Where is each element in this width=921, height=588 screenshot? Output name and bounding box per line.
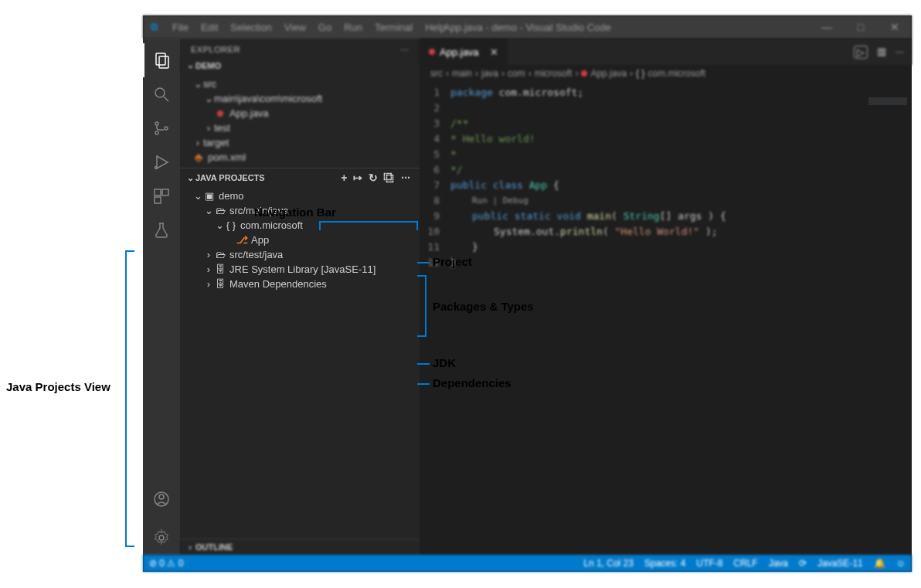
split-editor-icon[interactable]: ▥	[877, 46, 886, 59]
status-bar: ⊘ 0 ⚠ 0 Ln 1, Col 23 Spaces: 4 UTF-8 CRL…	[143, 555, 912, 572]
menu-file[interactable]: File	[168, 22, 193, 33]
file-app-java[interactable]: App.java	[185, 106, 415, 121]
bracket-java-projects-view	[125, 250, 134, 547]
vscode-window: ⧉ File Edit Selection View Go Run Termin…	[143, 15, 912, 572]
package-folder-icon: 🗁	[214, 205, 226, 216]
folder-src[interactable]: ⌄src	[185, 76, 415, 91]
window-title: App.java - demo - Visual Studio Code	[444, 22, 611, 33]
java-projects-tree: ⌄▣demo ⌄🗁src/main/java ⌄{ }com.microsoft…	[180, 187, 420, 293]
explorer-tree: ⌄src ⌄main\java\com\microsoft App.java ›…	[180, 73, 420, 168]
java-projects-header[interactable]: ⌄ JAVA PROJECTS + ↦ ↻ ⿻ ···	[180, 168, 420, 187]
svg-rect-0	[156, 53, 165, 65]
source-folder-test[interactable]: ›🗁src/test/java	[185, 247, 415, 262]
run-icon[interactable]: ▷	[854, 46, 868, 59]
settings-icon[interactable]	[143, 521, 180, 555]
code-text: package com.microsoft; /** * Hello world…	[450, 82, 726, 555]
search-icon[interactable]	[143, 77, 180, 111]
breadcrumb[interactable]: src › main › java › com › microsoft › Ap…	[420, 65, 912, 82]
xml-file-icon: ⬘	[192, 151, 205, 163]
menu-terminal[interactable]: Terminal	[370, 22, 417, 33]
codelens-run-debug: Run | Debug	[450, 193, 726, 209]
menu-view[interactable]: View	[280, 22, 311, 33]
class-app[interactable]: ⎇App	[185, 233, 415, 247]
bracket-packages-types	[417, 275, 427, 337]
more-actions-icon[interactable]: ···	[401, 172, 410, 184]
status-jdk[interactable]: JavaSE-11	[817, 558, 863, 569]
status-sync-icon[interactable]: ⟳	[799, 558, 807, 569]
status-bell-icon[interactable]: 🔔	[874, 558, 885, 569]
source-control-icon[interactable]	[143, 111, 180, 145]
explorer-icon[interactable]	[143, 43, 180, 77]
svg-rect-11	[155, 197, 161, 203]
chevron-down-icon: ⌄	[192, 190, 203, 202]
explorer-title: EXPLORER	[191, 45, 240, 54]
minimize-button[interactable]: —	[810, 21, 844, 33]
editor-more-icon[interactable]: ···	[896, 46, 904, 59]
chevron-right-icon: ›	[203, 263, 214, 275]
svg-rect-10	[162, 189, 168, 195]
project-demo[interactable]: ⌄▣demo	[185, 189, 415, 203]
tab-actions: ▷ ▥ ···	[854, 46, 912, 59]
main-menu: File Edit Selection View Go Run Terminal…	[168, 22, 450, 33]
jre-system-library[interactable]: ›🗄JRE System Library [JavaSE-11]	[185, 262, 415, 277]
side-bar: EXPLORER ··· ⌄ DEMO ⌄src ⌄main\java\com\…	[180, 39, 420, 555]
folder-test[interactable]: ›test	[185, 121, 415, 135]
close-button[interactable]: ✕	[878, 21, 912, 33]
file-pom-xml[interactable]: ⬘pom.xml	[185, 150, 415, 165]
editor-area: App.java ✕ ▷ ▥ ··· src › main › java › c…	[420, 39, 912, 555]
library-icon: 🗄	[214, 278, 226, 290]
java-projects-title: JAVA PROJECTS	[195, 173, 265, 182]
status-language[interactable]: Java	[769, 558, 788, 569]
title-bar: ⧉ File Edit Selection View Go Run Termin…	[143, 15, 912, 39]
chevron-down-icon: ⌄	[203, 205, 214, 216]
run-debug-icon[interactable]	[143, 145, 180, 179]
svg-point-14	[159, 535, 164, 540]
outline-header[interactable]: › OUTLINE	[180, 539, 420, 555]
activity-bar	[143, 39, 180, 555]
account-icon[interactable]	[143, 482, 180, 516]
chevron-down-icon: ⌄	[203, 93, 214, 104]
annotation-navigation-bar: Navigation Bar	[254, 206, 336, 219]
collapse-all-icon[interactable]: ⿻	[384, 172, 395, 184]
tab-label: App.java	[440, 46, 479, 58]
outline-title: OUTLINE	[195, 542, 233, 552]
tab-bar: App.java ✕ ▷ ▥ ···	[420, 39, 912, 65]
menu-run[interactable]: Run	[339, 22, 367, 33]
menu-selection[interactable]: Selection	[226, 22, 276, 33]
status-encoding[interactable]: UTF-8	[696, 558, 722, 569]
java-projects-actions: + ↦ ↻ ⿻ ···	[341, 172, 415, 184]
tab-app-java[interactable]: App.java ✕	[420, 39, 508, 65]
close-tab-icon[interactable]: ✕	[490, 46, 498, 58]
classpath-icon[interactable]: ↦	[353, 172, 362, 184]
folder-path[interactable]: ⌄main\java\com\microsoft	[185, 91, 415, 106]
chevron-right-icon: ›	[203, 278, 214, 290]
svg-point-2	[155, 88, 165, 97]
status-errors[interactable]: ⊘ 0 ⚠ 0	[149, 558, 183, 569]
java-file-icon	[429, 49, 435, 55]
extensions-icon[interactable]	[143, 179, 180, 213]
create-project-icon[interactable]: +	[341, 172, 347, 184]
demo-root-header[interactable]: ⌄ DEMO	[180, 57, 420, 73]
svg-rect-1	[159, 56, 168, 68]
java-file-icon	[214, 110, 226, 117]
maximize-button[interactable]: □	[844, 21, 878, 33]
code-editor[interactable]: 123 456 78 91011 12 package com.microsof…	[420, 82, 912, 555]
status-line-col[interactable]: Ln 1, Col 23	[583, 558, 634, 569]
annotation-project: Project	[433, 255, 472, 268]
status-eol[interactable]: CRLF	[733, 558, 757, 569]
menu-go[interactable]: Go	[314, 22, 336, 33]
test-icon[interactable]	[143, 213, 180, 247]
status-spaces[interactable]: Spaces: 4	[644, 558, 685, 569]
refresh-icon[interactable]: ↻	[369, 172, 378, 184]
svg-point-8	[155, 167, 158, 169]
svg-point-4	[155, 122, 158, 125]
folder-target[interactable]: ›target	[185, 135, 415, 150]
annotation-packages-types: Packages & Types	[433, 300, 534, 313]
chevron-down-icon: ⌄	[185, 173, 195, 183]
bracket-navigation-bar	[319, 221, 418, 230]
explorer-more-icon[interactable]: ···	[400, 45, 409, 54]
java-file-icon	[581, 70, 587, 76]
menu-edit[interactable]: Edit	[196, 22, 223, 33]
maven-dependencies[interactable]: ›🗄Maven Dependencies	[185, 277, 415, 291]
status-feedback-icon[interactable]: ☺	[896, 558, 906, 569]
